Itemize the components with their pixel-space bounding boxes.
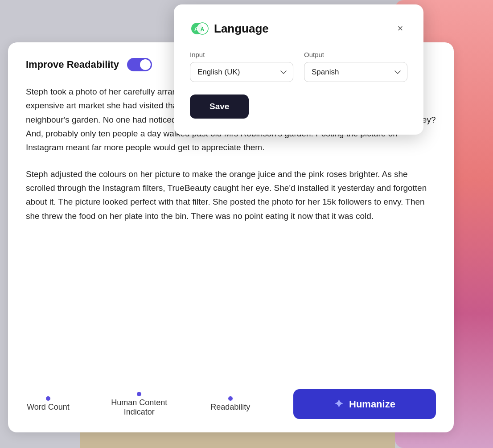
metric-readability: Readability <box>208 396 253 412</box>
bottom-bar: Word Count Human ContentIndicator Readab… <box>26 385 436 419</box>
modal-title: Language <box>214 22 269 36</box>
language-modal: A A Language × Input English (UK) Englis… <box>174 4 423 135</box>
human-content-label: Human ContentIndicator <box>111 398 167 417</box>
article-paragraph-2: Steph adjusted the colours on her pictur… <box>26 167 436 223</box>
sparkle-icon: ✦ <box>334 397 344 411</box>
humanize-label: Humanize <box>349 399 395 410</box>
word-count-dot <box>46 396 50 401</box>
svg-text:A: A <box>201 26 204 32</box>
language-icon: A A <box>190 19 210 38</box>
input-language-select[interactable]: English (UK) English (US) French German … <box>190 62 293 82</box>
readability-toggle[interactable] <box>127 58 152 71</box>
output-dropdown-group: Output Spanish French German Italian Eng… <box>304 51 407 82</box>
metric-word-count: Word Count <box>26 396 70 412</box>
readability-dot <box>228 396 233 401</box>
input-dropdown-group: Input English (UK) English (US) French G… <box>190 51 293 82</box>
input-label: Input <box>190 51 293 58</box>
output-label: Output <box>304 51 407 58</box>
dropdowns-row: Input English (UK) English (US) French G… <box>190 51 407 82</box>
human-content-dot <box>137 392 141 396</box>
humanize-button[interactable]: ✦ Humanize <box>293 389 436 419</box>
close-icon: × <box>398 23 403 34</box>
readability-label-metric: Readability <box>210 403 250 412</box>
modal-header: A A Language × <box>190 19 407 38</box>
readability-label: Improve Readability <box>26 59 119 70</box>
metric-human-content: Human ContentIndicator <box>111 392 167 417</box>
close-button[interactable]: × <box>393 21 407 36</box>
modal-title-row: A A Language <box>190 19 269 38</box>
save-button[interactable]: Save <box>190 95 249 119</box>
svg-text:A: A <box>194 25 199 32</box>
word-count-label: Word Count <box>27 403 70 412</box>
output-language-select[interactable]: Spanish French German Italian English (U… <box>304 62 407 82</box>
